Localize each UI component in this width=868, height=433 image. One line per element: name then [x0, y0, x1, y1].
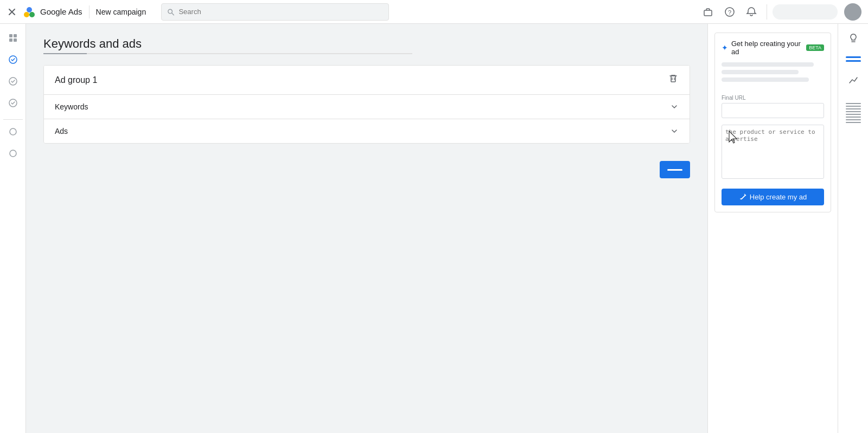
ads-icon — [8, 98, 18, 108]
far-right-line-7 — [846, 119, 861, 120]
search-icon — [167, 8, 174, 16]
help-panel-content — [715, 59, 831, 91]
grid-icon — [8, 33, 18, 43]
help-create-button[interactable]: Help create my ad — [722, 189, 824, 205]
far-right-bars — [838, 56, 868, 62]
sidebar-item-circle2[interactable] — [3, 144, 23, 163]
svg-point-3 — [168, 9, 173, 14]
far-right-line-1 — [846, 103, 861, 104]
help-line-3 — [722, 77, 809, 82]
final-url-section: Final URL — [715, 91, 831, 122]
account-selector[interactable] — [773, 4, 838, 20]
main-layout: Keywords and ads Ad group 1 Keywords Ads — [0, 24, 868, 433]
keywords-chevron-icon — [670, 102, 679, 111]
topnav: Google Ads New campaign ? — [0, 0, 868, 24]
page-title: Keywords and ads — [43, 37, 690, 51]
keywords-accordion[interactable]: Keywords — [44, 95, 690, 119]
ad-group-header: Ad group 1 — [44, 66, 690, 95]
ad-group-section: Ad group 1 Keywords Ads — [43, 65, 690, 144]
nav-divider — [89, 5, 90, 18]
lightbulb-icon — [848, 33, 859, 43]
help-create-button-label: Help create my ad — [750, 193, 807, 201]
campaigns-icon — [8, 55, 18, 64]
create-ad-icon — [739, 193, 746, 201]
far-right-line-group — [841, 103, 865, 123]
notifications-button[interactable] — [742, 2, 761, 22]
button-bar-icon — [667, 169, 682, 171]
ads-accordion[interactable]: Ads — [44, 119, 690, 143]
adgroups-icon — [8, 76, 18, 86]
bell-icon — [746, 7, 757, 17]
help-panel-header: ✦ Get help creating your ad BETA — [715, 33, 831, 59]
far-right-line-5 — [846, 114, 861, 115]
help-icon: ? — [724, 7, 735, 17]
portfolio-button[interactable] — [698, 2, 718, 22]
sidebar-divider — [3, 119, 23, 120]
nav-right-divider — [767, 4, 767, 20]
delete-ad-group-button[interactable] — [668, 73, 679, 87]
describe-section — [715, 122, 831, 186]
svg-point-15 — [10, 128, 16, 135]
help-line-1 — [722, 62, 814, 67]
describe-textarea[interactable] — [722, 125, 824, 179]
beta-badge: BETA — [806, 44, 824, 51]
search-input[interactable] — [178, 8, 383, 16]
add-ad-group-button[interactable] — [660, 161, 690, 178]
sidebar-item-campaigns[interactable] — [3, 50, 23, 69]
svg-rect-11 — [14, 38, 17, 42]
help-panel: ✦ Get help creating your ad BETA Final U… — [714, 33, 831, 212]
progress-bar-container — [43, 53, 412, 54]
svg-point-16 — [10, 150, 16, 157]
app-logo: Google Ads — [22, 4, 82, 20]
svg-text:?: ? — [728, 9, 731, 15]
far-right-bulb-button[interactable] — [844, 28, 863, 48]
far-right-line-2 — [846, 106, 861, 107]
svg-line-4 — [172, 13, 174, 15]
trash-icon — [668, 73, 679, 84]
far-right-line-3 — [846, 108, 861, 109]
app-title: Google Ads — [40, 7, 82, 16]
far-right-chart-button[interactable] — [844, 70, 863, 90]
final-url-label: Final URL — [722, 95, 824, 101]
help-button[interactable]: ? — [720, 2, 739, 22]
final-url-input[interactable] — [722, 103, 824, 118]
far-right-sidebar — [838, 24, 868, 433]
circle-icon-1 — [9, 127, 17, 136]
svg-rect-8 — [9, 34, 12, 37]
close-button[interactable] — [7, 7, 17, 17]
svg-point-1 — [29, 12, 35, 17]
help-line-2 — [722, 70, 799, 74]
svg-point-0 — [24, 12, 29, 17]
left-sidebar — [0, 24, 26, 433]
search-bar[interactable] — [161, 3, 389, 21]
blue-bar-2 — [846, 60, 861, 62]
blue-bar-1 — [846, 56, 861, 58]
sidebar-item-ads[interactable] — [3, 93, 23, 113]
svg-rect-5 — [704, 10, 712, 16]
help-panel-title: Get help creating your ad — [731, 40, 803, 56]
button-row — [43, 152, 690, 178]
google-ads-logo-icon — [22, 4, 37, 20]
topnav-actions: ? — [698, 2, 861, 22]
progress-bar-fill — [43, 53, 87, 54]
svg-rect-9 — [14, 34, 17, 37]
ad-group-title: Ad group 1 — [55, 75, 97, 85]
svg-rect-10 — [9, 38, 12, 42]
add-group-button-wrapper — [660, 161, 690, 178]
ads-label: Ads — [55, 127, 68, 135]
far-right-line-8 — [846, 122, 861, 123]
sidebar-item-overview[interactable] — [3, 28, 23, 48]
main-content: Keywords and ads Ad group 1 Keywords Ads — [26, 24, 707, 433]
sparkle-icon: ✦ — [722, 43, 728, 52]
ads-chevron-icon — [670, 127, 679, 135]
help-panel-sidebar: ✦ Get help creating your ad BETA Final U… — [707, 24, 838, 433]
chart-icon — [848, 75, 859, 86]
sidebar-item-adgroups[interactable] — [3, 72, 23, 91]
briefcase-icon — [703, 7, 713, 17]
circle-icon-2 — [9, 149, 17, 158]
keywords-label: Keywords — [55, 102, 88, 111]
user-avatar[interactable] — [844, 3, 861, 21]
sidebar-item-circle1[interactable] — [3, 122, 23, 141]
far-right-line-6 — [846, 117, 861, 118]
campaign-label: New campaign — [96, 8, 146, 16]
